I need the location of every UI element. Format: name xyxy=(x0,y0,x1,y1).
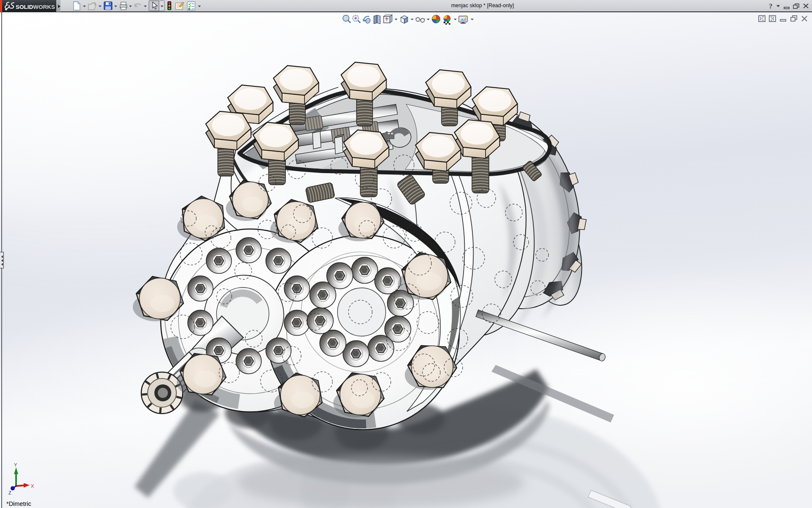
svg-text:Z: Z xyxy=(8,490,11,495)
svg-text:?: ? xyxy=(769,2,773,10)
svg-text:SOLIDWORKS: SOLIDWORKS xyxy=(16,4,55,10)
svg-text:Y: Y xyxy=(14,462,17,467)
svg-text:X: X xyxy=(31,483,34,489)
